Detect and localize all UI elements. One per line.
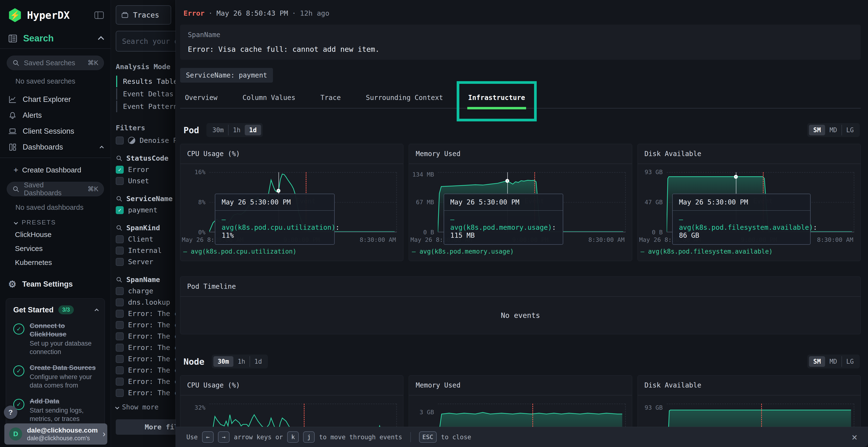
checkbox[interactable] (116, 177, 124, 185)
team-settings-button[interactable]: ⚙ Team Settings (0, 270, 111, 289)
sidebar-item-chart-explorer[interactable]: Chart Explorer (0, 92, 111, 107)
filter-option[interactable]: ✓payment (116, 206, 176, 214)
filter-option[interactable]: Error: The cr (116, 355, 176, 363)
saved-searches-input[interactable]: Saved Searches ⌘K (7, 56, 104, 70)
checkbox[interactable] (116, 355, 124, 363)
checkbox[interactable] (116, 366, 124, 374)
tab-surrounding-context[interactable]: Surrounding Context (365, 88, 444, 108)
tab-trace[interactable]: Trace (319, 88, 342, 108)
service-name-tag[interactable]: ServiceName: payment (180, 68, 273, 82)
range-30m[interactable]: 30m (208, 125, 228, 135)
preset-clickhouse[interactable]: ClickHouse (0, 228, 111, 242)
hover-point (277, 189, 280, 193)
chevron-up-icon[interactable] (100, 146, 104, 150)
checkbox[interactable] (116, 235, 124, 243)
checkbox[interactable] (116, 287, 124, 295)
filter-option[interactable]: charge (116, 287, 176, 295)
pod-disk-card: Disk Available 93 GB 47 GB 0 B Event (638, 144, 861, 261)
analysis-mode-event-deltas[interactable]: Event Deltas (116, 88, 176, 100)
range-1d[interactable]: 1d (245, 125, 261, 135)
get-started-item[interactable]: ✓ Add Data Start sending logs, metrics, … (13, 397, 97, 423)
event-relative-time: 12h ago (300, 9, 329, 18)
help-button[interactable]: ? (4, 406, 18, 419)
chart-legend: — avg(k8s.pod.filesystem.available) (638, 245, 854, 260)
checkbox[interactable] (116, 389, 124, 397)
filters-label: Filters (116, 124, 176, 132)
size-md[interactable]: MD (825, 125, 841, 135)
size-sm[interactable]: SM (809, 125, 825, 135)
range-1d[interactable]: 1d (250, 356, 266, 367)
filter-option[interactable]: Error: The cr (116, 343, 176, 352)
profile-menu[interactable]: D dale@clickhouse.com dale@clickhouse.co… (4, 423, 107, 445)
j-key[interactable]: j (303, 431, 315, 443)
get-started-item[interactable]: ✓ Create Data Sources Configure where yo… (13, 364, 97, 390)
filter-option[interactable]: Error: The cr (116, 389, 176, 397)
filter-option[interactable]: Unset (116, 177, 176, 185)
filter-option[interactable]: Error: The cr (116, 309, 176, 318)
sidebar-section-search[interactable]: Search (0, 22, 111, 48)
filter-option[interactable]: Error: The cr (116, 321, 176, 329)
size-sm[interactable]: SM (809, 356, 825, 367)
checkbox-checked[interactable]: ✓ (116, 166, 124, 174)
filter-option[interactable]: dns.lookup (116, 298, 176, 306)
get-started-item[interactable]: ✓ Connect to ClickHouse Set up your data… (13, 321, 97, 356)
size-lg[interactable]: LG (841, 356, 858, 367)
range-1h[interactable]: 1h (234, 356, 250, 367)
analysis-mode-results-table[interactable]: Results Table (116, 75, 176, 88)
filter-option[interactable]: Error: The cr (116, 377, 176, 386)
checkbox[interactable] (116, 299, 124, 306)
pod-cpu-plot[interactable]: Event May 26 5:30:00 PM — avg(k8s.pod.cp… (209, 172, 397, 232)
checkbox[interactable] (116, 310, 124, 318)
source-select[interactable]: Traces (116, 5, 171, 25)
checkbox[interactable] (116, 247, 124, 254)
event-search-input[interactable]: Search your e (116, 31, 176, 51)
checkbox[interactable] (116, 378, 124, 386)
checkbox-checked[interactable]: ✓ (116, 206, 124, 214)
checkbox[interactable] (116, 137, 124, 144)
analysis-mode-event-patterns[interactable]: Event Patterns (116, 100, 176, 113)
close-icon[interactable]: × (851, 432, 858, 442)
tab-overview[interactable]: Overview (184, 88, 218, 108)
range-1h[interactable]: 1h (228, 125, 245, 135)
arrow-right-key[interactable]: → (218, 431, 229, 443)
size-md[interactable]: MD (825, 356, 841, 367)
tab-infrastructure[interactable]: Infrastructure (467, 88, 526, 108)
pod-memory-plot[interactable]: Event May 26 5:30:00 PM — avg(k8s.pod.me… (438, 172, 625, 232)
checkbox[interactable] (116, 321, 124, 329)
filter-option[interactable]: Error: The cr (116, 332, 176, 340)
esc-key[interactable]: ESC (419, 431, 437, 443)
chevron-up-icon[interactable] (94, 309, 99, 313)
pod-cpu-card: CPU Usage (%) 16% 8% 0% Event (180, 144, 403, 261)
chevron-up-icon[interactable] (98, 36, 104, 42)
pod-disk-plot[interactable]: Event May 26 5:30:00 PM — avg(k8s.pod.fi… (667, 172, 854, 232)
collapse-sidebar-icon[interactable] (94, 11, 104, 19)
tab-column-values[interactable]: Column Values (242, 88, 296, 108)
range-30m[interactable]: 30m (213, 356, 234, 367)
create-dashboard-button[interactable]: + Create Dashboard (0, 161, 111, 176)
filter-option[interactable]: ✓Error (116, 166, 176, 174)
denoise-filter[interactable]: Denoise Re (116, 136, 176, 144)
no-saved-dashboards-text: No saved dashboards (0, 196, 111, 211)
checkbox[interactable] (116, 344, 124, 352)
show-more-toggle[interactable]: Show more (116, 403, 176, 411)
checkbox[interactable] (116, 258, 124, 266)
gear-icon: ⚙ (8, 280, 17, 289)
sidebar-item-alerts[interactable]: Alerts (0, 107, 111, 123)
filter-option[interactable]: Error: The cr (116, 366, 176, 374)
saved-dashboards-input[interactable]: Saved Dashboards ⌘K (7, 182, 104, 196)
sidebar-item-dashboards[interactable]: Dashboards (0, 139, 111, 155)
sidebar: ⚡ HyperDX Search Saved Searches ⌘K No sa… (0, 0, 111, 447)
size-lg[interactable]: LG (841, 125, 858, 135)
arrow-left-key[interactable]: ← (202, 431, 214, 443)
preset-services[interactable]: Services (0, 242, 111, 255)
preset-kubernetes[interactable]: Kubernetes (0, 255, 111, 270)
checkbox[interactable] (116, 332, 124, 340)
more-filters-button[interactable]: More fil (116, 419, 176, 435)
presets-toggle[interactable]: PRESETS (0, 211, 111, 228)
filter-option[interactable]: Internal (116, 246, 176, 254)
filter-option[interactable]: Server (116, 258, 176, 266)
sidebar-item-client-sessions[interactable]: Client Sessions (0, 123, 111, 139)
filter-option[interactable]: Client (116, 235, 176, 243)
k-key[interactable]: k (287, 431, 299, 443)
denoise-icon (128, 137, 135, 144)
